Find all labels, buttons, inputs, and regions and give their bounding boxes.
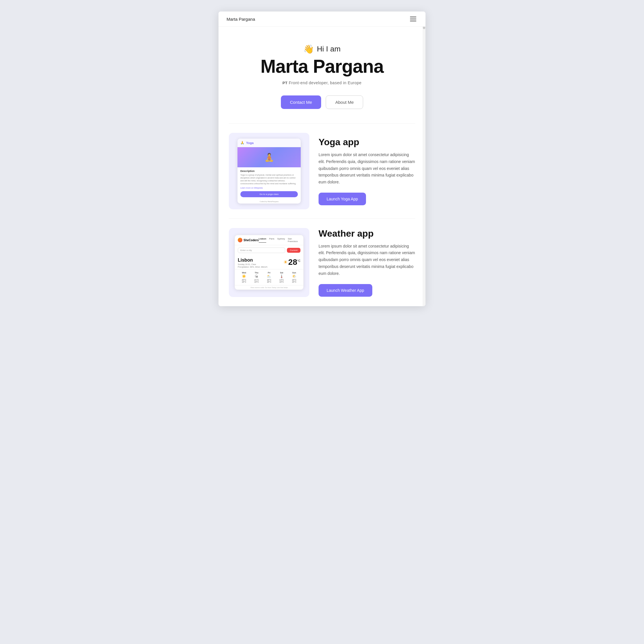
- weather-tab-sydney[interactable]: Sydney: [277, 237, 285, 243]
- weather-mock-footer: View source code: Go from Today Live tha…: [235, 285, 303, 290]
- hero-greeting-text: Hi I am: [317, 45, 340, 53]
- yoga-project-description: Lorem ipsum dolor sit amet consectetur a…: [319, 152, 415, 186]
- hero-name: Marta Pargana: [230, 56, 414, 76]
- yoga-mock-title: Yoga: [246, 141, 254, 145]
- weather-city-details: Lisbon Sunday 16:01, Clear Precipitation…: [238, 258, 267, 268]
- weather-temp-unit: °C: [297, 259, 300, 262]
- hero-greeting: 👋 Hi I am: [230, 44, 414, 54]
- shecoders-logo-icon: [238, 238, 242, 242]
- weather-image-wrapper: SheCoders Lisbon Paris Sydney San Franci…: [229, 228, 309, 297]
- hero-flag: PT: [282, 81, 287, 85]
- weather-search-input[interactable]: Enter a city: [238, 248, 285, 253]
- hero-subtitle: PT Front-end developer, based in Europe: [230, 81, 414, 85]
- launch-yoga-button[interactable]: Launch Yoga App: [319, 193, 366, 205]
- weather-app-mock: SheCoders Lisbon Paris Sydney San Franci…: [235, 235, 304, 290]
- hero-section: 👋 Hi I am Marta Pargana PT Front-end dev…: [219, 27, 425, 123]
- hamburger-line-3: [410, 21, 416, 21]
- weather-project-section: Weather app Lorem ipsum dolor sit amet c…: [219, 219, 425, 306]
- wave-emoji: 👋: [303, 44, 314, 54]
- weather-temp-value: 28 °C: [288, 258, 300, 267]
- navbar-brand: Marta Pargana: [227, 17, 255, 22]
- weather-sun-icon: ☀: [283, 259, 288, 265]
- forecast-fri: Fri 🌥️ 16°C16°C: [267, 272, 271, 283]
- weather-mock-tabs: Lisbon Paris Sydney San Francisco: [259, 237, 300, 243]
- navbar: Marta Pargana: [219, 11, 425, 27]
- yoga-mock-cta[interactable]: Go to a yoga class: [240, 191, 298, 197]
- hamburger-line-1: [410, 17, 416, 17]
- weather-current-button[interactable]: Current: [287, 248, 300, 253]
- weather-city-name: Lisbon: [238, 258, 267, 263]
- forecast-fri-icon: 🌥️: [267, 274, 271, 278]
- weather-forecast: Wed ☀️ 20°C16°C Thu 🌤 21°C16°C Fri 🌥️ 16…: [235, 269, 303, 285]
- weather-city-precip: Precipitation: 68%, Wind: 48km/h: [238, 266, 267, 268]
- weather-temp-number: 28: [288, 258, 297, 267]
- weather-mock-city-info: Lisbon Sunday 16:01, Clear Precipitation…: [235, 255, 303, 269]
- weather-mock-logo: SheCoders: [238, 238, 259, 242]
- yoga-image-wrapper: 🙏 Yoga 🧘 Description Yoga is a group of …: [229, 133, 309, 209]
- weather-mock-nav: SheCoders Lisbon Paris Sydney San Franci…: [235, 235, 303, 245]
- scroll-track[interactable]: [423, 11, 425, 306]
- yoga-desc-text: Yoga is a group of physical, mental and …: [240, 174, 298, 185]
- weather-mock-search: Enter a city Current: [235, 245, 303, 255]
- yoga-figure-icon: 🧘: [264, 153, 274, 162]
- weather-project-description: Lorem ipsum dolor sit amet consectetur a…: [319, 243, 415, 277]
- hamburger-icon[interactable]: [409, 16, 417, 22]
- weather-project-text: Weather app Lorem ipsum dolor sit amet c…: [319, 228, 415, 297]
- hero-buttons: Contact Me About Me: [230, 95, 414, 109]
- yoga-mock-body: Description Yoga is a group of physical,…: [237, 167, 301, 199]
- hamburger-line-2: [410, 19, 416, 19]
- forecast-wed-icon: ☀️: [242, 274, 246, 278]
- yoga-project-section: 🙏 Yoga 🧘 Description Yoga is a group of …: [219, 124, 425, 218]
- weather-tab-lisbon[interactable]: Lisbon: [259, 237, 266, 243]
- forecast-wed: Wed ☀️ 20°C16°C: [242, 272, 246, 283]
- contact-me-button[interactable]: Contact Me: [281, 95, 321, 109]
- hero-subtitle-text: Front-end developer, based in Europe: [289, 81, 361, 85]
- forecast-thu-icon: 🌤: [254, 274, 259, 278]
- forecast-sun-icon: 🌤️: [292, 274, 296, 278]
- yoga-mock-header: 🙏 Yoga: [237, 139, 301, 147]
- forecast-sun: Sun 🌤️ 16°C16°C: [292, 272, 296, 283]
- yoga-mock-image: 🧘: [237, 147, 301, 167]
- about-me-button[interactable]: About Me: [326, 95, 363, 109]
- yoga-project-title: Yoga app: [319, 137, 415, 147]
- launch-weather-button[interactable]: Launch Weather App: [319, 284, 372, 297]
- forecast-thu: Thu 🌤 21°C16°C: [254, 272, 259, 283]
- weather-temp-display: ☀ 28 °C: [283, 258, 300, 267]
- yoga-mock-link[interactable]: Learn more on Wikipedia: [240, 187, 298, 189]
- weather-tab-paris[interactable]: Paris: [269, 237, 274, 243]
- shecoders-logo-text: SheCoders: [244, 239, 259, 242]
- yoga-app-mock: 🙏 Yoga 🧘 Description Yoga is a group of …: [237, 139, 301, 203]
- yoga-desc-label: Description: [240, 170, 298, 173]
- weather-city-sub: Sunday 16:01, Clear: [238, 263, 267, 265]
- weather-tab-sf[interactable]: San Francisco: [288, 237, 300, 243]
- forecast-sat-icon: 🌡️: [279, 274, 284, 278]
- yoga-mock-footer: Coded by MartaPargana: [237, 200, 301, 204]
- yoga-logo-icon: 🙏: [240, 141, 244, 145]
- browser-window: Marta Pargana 👋 Hi I am Marta Pargana PT…: [219, 11, 425, 306]
- weather-project-title: Weather app: [319, 228, 415, 239]
- yoga-project-text: Yoga app Lorem ipsum dolor sit amet cons…: [319, 137, 415, 205]
- forecast-sat: Sat 🌡️ 14°C16°C: [279, 272, 284, 283]
